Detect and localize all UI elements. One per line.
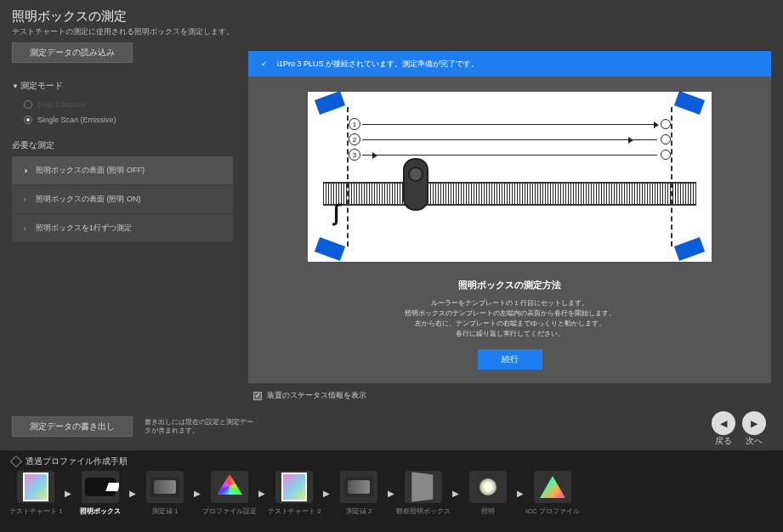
required-item-label: 照明ボックスの表面 (照明 OFF) [36,165,145,176]
workflow-steps: テストチャート 1 ▶ 照明ボックス ▶ 測定値 1 ▶ プロファイル設定 ▶ … [12,471,771,516]
ruler-icon [323,182,696,206]
status-checkbox-row[interactable]: ✓ 装置のステータス情報を表示 [248,383,771,401]
row-number: 3 [349,149,360,161]
profile-icon [217,474,242,500]
step-testchart-1[interactable]: テストチャート 1 [12,471,60,516]
step-lighting[interactable]: 照明 [464,471,512,516]
triangle-right-icon: ▶ [258,489,265,498]
page-header: 照明ボックスの測定 テストチャートの測定に使用される照明ボックスを測定します。 [0,0,783,42]
next-label: 次へ [746,435,763,447]
next-button[interactable]: ▶ [742,411,766,435]
track-area: 1 2 3 [347,107,672,246]
triangle-left-icon: ◀ [720,419,727,428]
measure-icon [150,477,179,497]
instructions-line: 照明ボックスのテンプレートの左端内の表面から各行を開始します。 [282,308,737,319]
chevron-icon: › [20,195,29,204]
arrow-icon [654,122,659,128]
testchart-icon [23,473,48,501]
step-measure-1[interactable]: 測定値 1 [141,471,189,516]
export-row: 測定データの書き出し 書き出しには現在の設定と測定データが含まれます。 [0,416,783,437]
check-icon: ✓ [258,58,270,70]
radio-icon [24,116,32,124]
required-list: ›› 照明ボックスの表面 (照明 OFF) › 照明ボックスの表面 (照明 ON… [12,156,233,242]
page-title: 照明ボックスの測定 [12,8,771,25]
step-view-lightbox[interactable]: 観察照明ボックス [400,471,447,516]
step-label: 測定値 1 [152,507,179,516]
footer-title: 透過プロファイル作成手順 [26,456,128,467]
bulb-icon [479,478,496,495]
icc-icon [540,476,565,498]
instructions-title: 照明ボックスの測定方法 [282,279,737,291]
tape-icon [674,237,705,261]
step-label: 測定値 2 [346,507,372,516]
testchart-icon [281,473,307,501]
step-label: ICC プロファイル [525,507,580,516]
triangle-right-icon: ▶ [194,489,201,498]
export-data-button[interactable]: 測定データの書き出し [12,416,133,437]
mode-option-label: Dual Emissive [37,100,86,109]
viewbox-icon [411,472,433,502]
required-item-label: 照明ボックスの表面 (照明 ON) [36,194,141,205]
triangle-right-icon: ▶ [388,489,394,498]
arrow-icon [628,137,633,144]
status-bar: ✓ i1Pro 3 PLUS が接続されています。測定準備が完了です。 [248,51,771,76]
checkbox-label: 装置のステータス情報を表示 [267,390,366,401]
diamond-icon [10,456,22,467]
back-button[interactable]: ◀ [712,411,735,435]
cable-icon: ʃ [333,201,341,227]
required-section-label: 必要な測定 [12,139,233,151]
chevron-double-icon: ›› [20,167,29,175]
instructions-line: 左から右に、テンプレートの右端までゆっくりと動かします。 [282,319,737,329]
mode-option-single[interactable]: Single Scan (Emissive) [12,112,233,127]
back-label: 戻る [715,435,732,447]
row-number: 2 [349,133,360,145]
step-label: プロファイル設定 [202,507,257,516]
checkbox-icon: ✓ [253,392,262,400]
mode-option-dual: Dual Emissive [12,97,233,112]
step-label: 観察照明ボックス [396,507,451,516]
required-item-off[interactable]: ›› 照明ボックスの表面 (照明 OFF) [12,156,233,185]
radio-icon [24,100,32,109]
mode-option-label: Single Scan (Emissive) [37,116,116,124]
diagram-container: 1 2 3 ʃ [248,76,771,269]
triangle-right-icon: ▶ [129,489,136,498]
device-icon [403,158,428,211]
step-lightbox[interactable]: 照明ボックス [77,471,124,516]
workflow-footer: 透過プロファイル作成手順 テストチャート 1 ▶ 照明ボックス ▶ 測定値 1 … [0,450,783,532]
triangle-right-icon: ▶ [65,489,71,498]
measurement-diagram: 1 2 3 ʃ [308,92,712,262]
instructions: 照明ボックスの測定方法 ルーラーをテンプレートの 1 行目にセットします。 照明… [248,269,771,383]
triangle-right-icon: ▶ [323,489,330,498]
triangle-right-icon: ▶ [751,419,757,428]
continue-button[interactable]: 続行 [478,349,542,370]
chevron-icon: › [20,224,29,233]
export-note: 書き出しには現在の設定と測定データが含まれます。 [145,418,255,436]
tape-icon [315,237,345,261]
arrow-icon [372,152,377,159]
instructions-line: 各行に繰り返し実行してください。 [282,329,737,339]
step-testchart-2[interactable]: テストチャート 2 [270,471,318,516]
page-subtitle: テストチャートの測定に使用される照明ボックスを測定します。 [12,26,771,37]
step-label: 照明ボックス [80,507,121,516]
step-measure-2[interactable]: 測定値 2 [335,471,383,516]
required-item-rows[interactable]: › 照明ボックスを1行ずつ測定 [12,214,233,242]
instructions-line: ルーラーをテンプレートの 1 行目にセットします。 [282,298,737,308]
triangle-right-icon: ▶ [517,489,524,498]
required-item-label: 照明ボックスを1行ずつ測定 [36,223,132,234]
mode-section-label: 測定モード [12,80,233,92]
info-panel: ✓ i1Pro 3 PLUS が接続されています。測定準備が完了です。 1 2 … [248,51,771,383]
row-number: 1 [349,118,360,130]
step-label: 照明 [481,507,495,516]
left-panel: 測定データの読み込み 測定モード Dual Emissive Single Sc… [12,42,233,401]
step-icc-profile[interactable]: ICC プロファイル [529,471,576,516]
step-profile-settings[interactable]: プロファイル設定 [206,471,253,516]
measure-icon [344,477,373,497]
nav-buttons: ◀ 戻る ▶ 次へ [712,411,766,447]
step-label: テストチャート 2 [268,507,321,516]
tape-icon [315,91,345,115]
triangle-right-icon: ▶ [452,489,459,498]
right-panel: ✓ i1Pro 3 PLUS が接続されています。測定準備が完了です。 1 2 … [248,42,771,401]
footer-title-row: 透過プロファイル作成手順 [12,456,771,467]
required-item-on[interactable]: › 照明ボックスの表面 (照明 ON) [12,185,233,214]
load-data-button[interactable]: 測定データの読み込み [12,42,133,63]
